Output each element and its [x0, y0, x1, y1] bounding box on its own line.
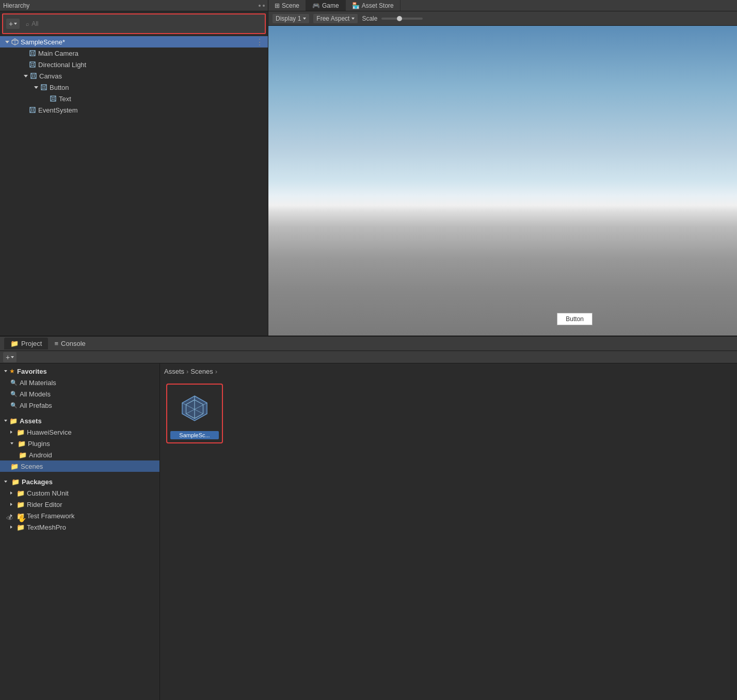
search-box[interactable]: ⌕	[23, 19, 262, 28]
hierarchy-item-button[interactable]: Button	[0, 82, 268, 93]
aspect-chevron-icon	[351, 18, 355, 20]
header-dot-2	[263, 5, 265, 7]
scale-label: Scale	[362, 15, 377, 22]
tab-game-label: Game	[322, 2, 339, 9]
hierarchy-scene-item[interactable]: SampleScene* ⋮	[0, 36, 268, 47]
nunit-expand-icon	[10, 491, 12, 495]
aspect-label: Free Aspect	[316, 15, 349, 22]
hierarchy-toolbar: + ⌕	[2, 13, 266, 34]
add-hierarchy-button[interactable]: +	[6, 19, 20, 29]
plugins-folder-icon: 📁	[18, 440, 26, 448]
tab-asset-store[interactable]: 🏪 Asset Store	[346, 0, 400, 11]
asset-sample-scene[interactable]: SampleSc...	[166, 384, 223, 443]
item-label-main-camera: Main Camera	[38, 50, 78, 57]
folder-scenes[interactable]: 📁 Scenes	[0, 460, 159, 472]
breadcrumb-sep-2: ›	[215, 368, 217, 375]
eye-button[interactable]: 👁	[6, 514, 13, 522]
search-prefabs-icon: 🔍	[10, 402, 18, 409]
folder-custom-nunit[interactable]: 📁 Custom NUnit	[0, 487, 159, 499]
tab-scene-label: Scene	[282, 2, 299, 9]
bottom-section: 📁 Project ≡ Console + ★ Favorites 🔍 All …	[0, 336, 737, 700]
scale-slider[interactable]	[381, 18, 423, 20]
store-tab-icon: 🏪	[352, 2, 360, 9]
aspect-dropdown[interactable]: Free Aspect	[313, 14, 358, 23]
scenes-folder-icon: 📁	[10, 463, 19, 470]
folder-android[interactable]: 📁 Android	[0, 449, 159, 460]
cube-icon-camera	[29, 50, 36, 57]
plus-icon: +	[9, 20, 13, 28]
packages-header[interactable]: 📁 Packages	[0, 476, 159, 487]
hierarchy-item-eventsystem[interactable]: EventSystem	[0, 104, 268, 116]
packages-label: Packages	[22, 478, 53, 486]
breadcrumb-assets[interactable]: Assets	[164, 368, 184, 375]
search-input[interactable]	[31, 20, 259, 27]
folder-all-models[interactable]: 🔍 All Models	[0, 388, 159, 400]
add-asset-button[interactable]: +	[3, 352, 17, 362]
hierarchy-panel: Hierarchy + ⌕	[0, 0, 268, 336]
favorites-arrow-icon	[4, 370, 7, 372]
hand-button[interactable]: ✋	[18, 514, 26, 522]
cube-icon-button	[40, 84, 47, 91]
expand-arrow-scene	[4, 39, 10, 45]
folder-rider-editor[interactable]: 📁 Rider Editor	[0, 499, 159, 510]
hierarchy-title: Hierarchy	[3, 2, 29, 9]
hierarchy-item-text[interactable]: Text	[0, 93, 268, 104]
tab-project[interactable]: 📁 Project	[4, 338, 48, 349]
header-dot-1	[259, 5, 261, 7]
search-materials-icon: 🔍	[10, 379, 18, 386]
scene-name: SampleScene*	[21, 38, 65, 46]
breadcrumb-scenes[interactable]: Scenes	[190, 368, 213, 375]
expand-arrow-canvas	[23, 73, 29, 79]
huawei-label: HuaweiService	[27, 428, 72, 436]
svg-rect-20	[33, 75, 35, 77]
game-ui-button[interactable]: Button	[557, 313, 592, 325]
sky-background	[268, 26, 737, 336]
tmp-label: TextMeshPro	[27, 523, 66, 531]
hierarchy-item-main-camera[interactable]: Main Camera	[0, 47, 268, 59]
hierarchy-item-directional-light[interactable]: Directional Light	[0, 59, 268, 70]
tab-game[interactable]: 🎮 Game	[306, 0, 346, 11]
scene-asset-label: SampleSc...	[170, 431, 219, 439]
nunit-label: Custom NUnit	[27, 489, 69, 497]
bottom-content: ★ Favorites 🔍 All Materials 🔍 All Models…	[0, 363, 737, 700]
unity-logo-icon	[179, 393, 210, 424]
rider-label: Rider Editor	[27, 501, 62, 508]
breadcrumb-sep-1: ›	[186, 368, 188, 375]
folder-tab-icon: 📁	[10, 340, 19, 347]
display-dropdown[interactable]: Display 1	[273, 14, 309, 23]
folder-all-prefabs[interactable]: 🔍 All Prefabs	[0, 400, 159, 411]
item-label-text: Text	[59, 95, 71, 103]
svg-rect-8	[31, 52, 34, 54]
project-console-tabs: 📁 Project ≡ Console	[0, 337, 737, 351]
folder-plugins[interactable]: 📁 Plugins	[0, 438, 159, 449]
svg-rect-26	[43, 86, 45, 88]
breadcrumb: Assets › Scenes ›	[164, 368, 733, 375]
display-label: Display 1	[276, 15, 301, 22]
hierarchy-bottom-tools: 👁 ✋	[2, 512, 30, 524]
assets-label: Assets	[20, 417, 42, 425]
game-tab-icon: 🎮	[312, 2, 320, 9]
item-label-button: Button	[50, 84, 69, 91]
tab-console[interactable]: ≡ Console	[48, 338, 91, 349]
scene-menu-button[interactable]: ⋮	[255, 37, 264, 47]
all-materials-label: All Materials	[20, 379, 56, 387]
hierarchy-header-icons	[259, 5, 265, 7]
scene-tab-icon: ⊞	[275, 2, 280, 9]
asset-icon-area	[174, 388, 215, 429]
nunit-folder-icon: 📁	[17, 489, 25, 497]
star-icon: ★	[9, 368, 15, 375]
hierarchy-header: Hierarchy	[0, 0, 268, 11]
folder-huawei-service[interactable]: 📁 HuaweiService	[0, 426, 159, 438]
tab-scene[interactable]: ⊞ Scene	[268, 0, 306, 11]
favorites-header[interactable]: ★ Favorites	[0, 365, 159, 377]
tmp-expand-icon	[10, 526, 12, 529]
favorites-label: Favorites	[17, 368, 47, 375]
item-label-directional-light: Directional Light	[38, 61, 86, 69]
assets-header[interactable]: 📁 Assets	[0, 415, 159, 426]
svg-rect-38	[31, 109, 34, 111]
cube-icon-text	[50, 95, 57, 102]
hierarchy-item-canvas[interactable]: Canvas	[0, 70, 268, 82]
item-label-canvas: Canvas	[39, 72, 62, 80]
folder-all-materials[interactable]: 🔍 All Materials	[0, 377, 159, 388]
android-label: Android	[29, 451, 52, 459]
